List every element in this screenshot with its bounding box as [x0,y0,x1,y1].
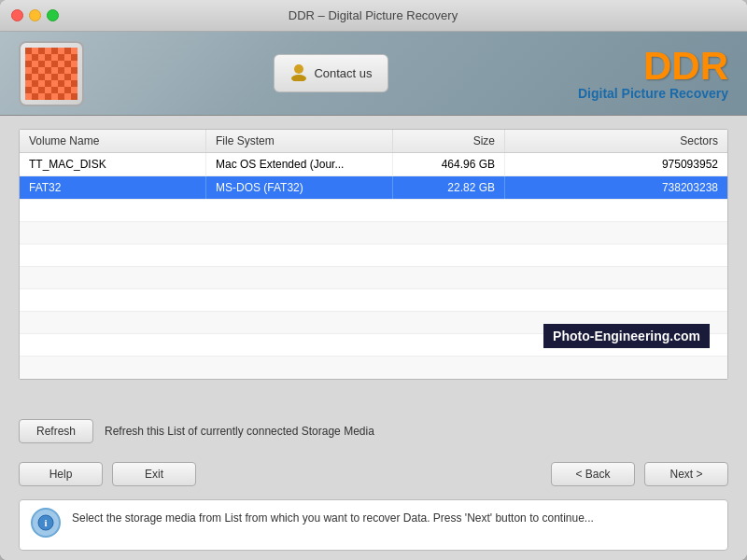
refresh-description: Refresh this List of currently connected… [105,425,374,438]
refresh-row: Refresh Refresh this List of currently c… [19,413,728,449]
svg-text:i: i [44,517,47,528]
cell-sectors: 975093952 [505,153,727,175]
info-bar: i Select the storage media from List fro… [19,499,728,551]
table-wrapper: Volume Name File System Size Sectors TT_… [19,129,728,404]
table-row[interactable]: FAT32 MS-DOS (FAT32) 22.82 GB 738203238 [20,176,727,200]
cell-filesystem: MS-DOS (FAT32) [206,176,393,199]
col-size: Size [393,130,505,152]
maximize-button[interactable] [47,9,59,21]
traffic-lights [11,9,59,21]
table-row-empty [20,222,727,245]
contact-icon [289,63,308,84]
table-row-empty [20,245,727,267]
next-button[interactable]: Next > [644,462,728,486]
help-button[interactable]: Help [19,462,103,486]
contact-label: Contact us [314,66,372,80]
table-row-empty [20,357,727,379]
info-message: Select the storage media from List from … [72,508,594,526]
minimize-button[interactable] [29,9,41,21]
info-icon: i [31,508,61,538]
brand-title: DDR [578,47,728,86]
app-logo [19,41,84,106]
cell-filesystem: Mac OS Extended (Jour... [206,153,393,175]
table-row-empty [20,289,727,312]
table-row-empty [20,334,727,357]
app-window: DDR – Digital Picture Recovery [0,0,747,560]
cell-size: 22.82 GB [393,176,505,199]
svg-rect-5 [25,48,78,100]
table-body: TT_MAC_DISK Mac OS Extended (Jour... 464… [20,153,727,379]
col-volume-name: Volume Name [20,130,206,152]
close-button[interactable] [11,9,23,21]
cell-sectors: 738203238 [505,176,727,199]
table-header: Volume Name File System Size Sectors [20,130,727,153]
table-row-empty [20,200,727,222]
back-button[interactable]: < Back [551,462,635,486]
table-row-empty [20,267,727,289]
svg-point-7 [291,75,306,81]
header-area: Contact us DDR Digital Picture Recovery [0,32,747,116]
col-file-system: File System [206,130,393,152]
col-sectors: Sectors [505,130,727,152]
cell-volume: FAT32 [20,176,206,199]
checkerboard-icon [25,48,78,100]
exit-button[interactable]: Exit [112,462,196,486]
table-row[interactable]: TT_MAC_DISK Mac OS Extended (Jour... 464… [20,153,727,176]
refresh-button[interactable]: Refresh [19,419,93,443]
svg-point-6 [294,64,303,74]
bottom-buttons: Help Exit < Back Next > [19,458,728,490]
window-title: DDR – Digital Picture Recovery [59,8,687,22]
table-row-empty [20,312,727,334]
cell-size: 464.96 GB [393,153,505,175]
cell-volume: TT_MAC_DISK [20,153,206,175]
title-bar: DDR – Digital Picture Recovery [0,0,747,32]
brand-subtitle: Digital Picture Recovery [578,86,728,101]
main-content: Volume Name File System Size Sectors TT_… [0,116,747,560]
brand-area: DDR Digital Picture Recovery [578,47,728,101]
storage-table: Volume Name File System Size Sectors TT_… [19,129,728,380]
contact-button[interactable]: Contact us [274,54,388,92]
